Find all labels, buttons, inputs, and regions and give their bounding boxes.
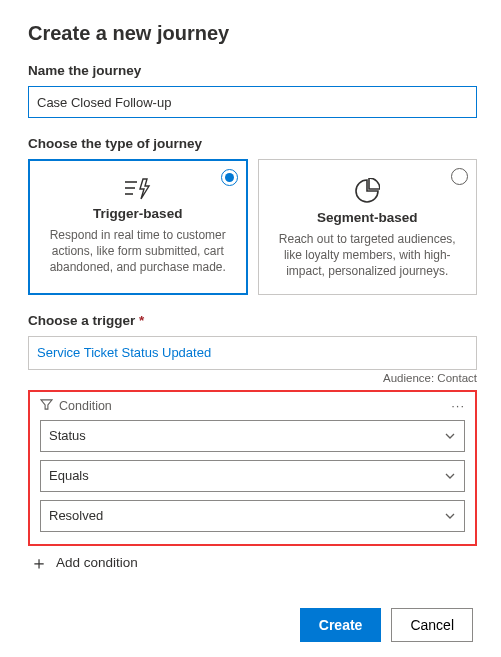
trigger-label: Choose a trigger *: [28, 313, 477, 328]
radio-trigger-based[interactable]: [221, 169, 238, 186]
trigger-input[interactable]: Service Ticket Status Updated: [28, 336, 477, 370]
chevron-down-icon: [444, 470, 456, 482]
filter-icon: [40, 398, 53, 414]
chevron-down-icon: [444, 510, 456, 522]
required-asterisk: *: [139, 313, 144, 328]
card-segment-title: Segment-based: [275, 210, 461, 225]
type-label: Choose the type of journey: [28, 136, 477, 151]
add-condition-button[interactable]: ＋ Add condition: [30, 554, 477, 572]
card-trigger-based[interactable]: Trigger-based Respond in real time to cu…: [28, 159, 248, 295]
card-trigger-desc: Respond in real time to customer actions…: [45, 227, 231, 276]
condition-panel: Condition ··· Status Equals Resolved: [28, 390, 477, 546]
condition-attribute-select[interactable]: Status: [40, 420, 465, 452]
chevron-down-icon: [444, 430, 456, 442]
plus-icon: ＋: [30, 554, 48, 572]
name-label: Name the journey: [28, 63, 477, 78]
radio-segment-based[interactable]: [451, 168, 468, 185]
segment-icon: [275, 178, 461, 204]
card-segment-desc: Reach out to targeted audiences, like lo…: [275, 231, 461, 280]
condition-label: Condition: [59, 399, 112, 413]
card-trigger-title: Trigger-based: [45, 206, 231, 221]
condition-more-icon[interactable]: ···: [451, 398, 465, 413]
page-title: Create a new journey: [28, 22, 477, 45]
journey-name-input[interactable]: [28, 86, 477, 118]
card-segment-based[interactable]: Segment-based Reach out to targeted audi…: [258, 159, 478, 295]
audience-text: Audience: Contact: [28, 372, 477, 384]
trigger-icon: [45, 178, 231, 200]
create-button[interactable]: Create: [300, 608, 382, 642]
condition-operator-select[interactable]: Equals: [40, 460, 465, 492]
condition-value-select[interactable]: Resolved: [40, 500, 465, 532]
cancel-button[interactable]: Cancel: [391, 608, 473, 642]
